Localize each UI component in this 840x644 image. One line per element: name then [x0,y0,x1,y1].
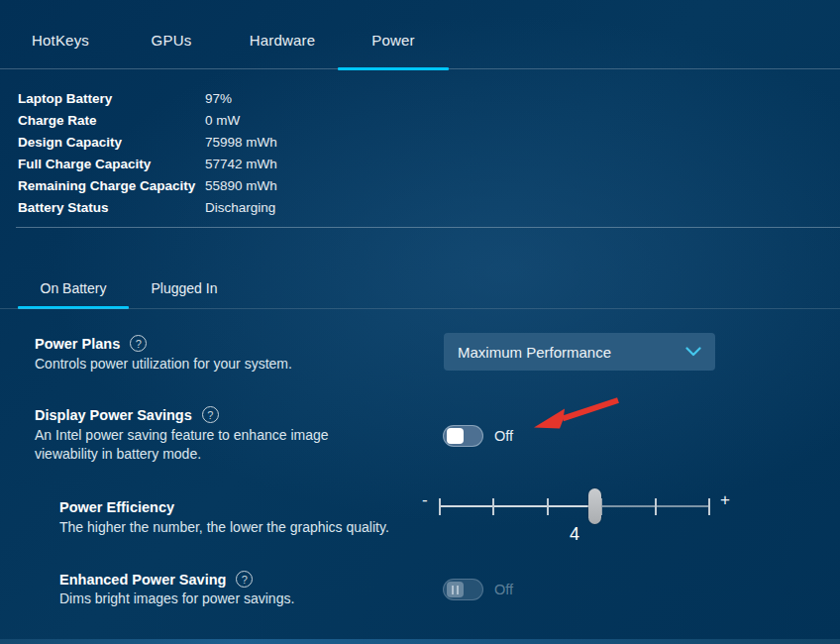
battery-row-value: 57742 mWh [205,154,277,175]
battery-row-value: 97% [205,88,277,110]
display-power-savings-description-line2: viewability in battery mode. [35,446,201,462]
help-icon[interactable]: ? [236,571,253,588]
slider-tick [655,498,657,515]
display-power-savings-toggle[interactable] [443,425,483,447]
battery-mode-tab-bar: On Battery Plugged In [18,268,240,308]
enhanced-power-saving-section-title: Enhanced Power Saving ? [59,571,253,588]
battery-row-label: Full Charge Capacity [18,154,205,175]
tab-on-battery[interactable]: On Battery [18,268,129,308]
battery-row-value: 0 mW [205,110,277,132]
slider-track[interactable] [440,505,709,507]
display-power-savings-description-line1: An Intel power saving feature to enhance… [35,427,329,443]
slider-tick [708,498,710,515]
annotation-arrow [523,392,624,436]
battery-row-value: Discharging [205,197,277,219]
main-tab-bar: HotKeys GPUs Hardware Power [0,0,840,69]
window-bottom-edge [0,639,840,644]
tab-gpus[interactable]: GPUs [116,12,227,69]
enhanced-power-saving-toggle[interactable] [443,579,483,600]
power-efficiency-title: Power Efficiency [59,499,174,515]
tab-power[interactable]: Power [338,12,449,69]
slider-plus-label[interactable]: + [720,490,730,510]
power-efficiency-slider: - + 4 [421,487,730,549]
battery-row-label: Charge Rate [18,110,205,132]
power-plan-selected-value: Maximum Performance [458,344,611,361]
slider-thumb[interactable] [588,488,601,524]
enhanced-power-saving-title: Enhanced Power Saving [59,572,226,588]
tab-plugged-in[interactable]: Plugged In [129,268,240,308]
toggle-grip-mark [457,586,459,594]
display-power-savings-section-title: Display Power Savings ? [35,406,219,423]
battery-row-label: Laptop Battery [18,88,205,110]
power-efficiency-description: The higher the number, the lower the gra… [59,519,389,535]
power-efficiency-section-title: Power Efficiency [59,499,174,515]
enhanced-power-saving-toggle-state: Off [494,582,513,597]
display-power-savings-title: Display Power Savings [35,407,192,423]
battery-row-label: Battery Status [18,197,205,219]
slider-tick [492,498,494,515]
section-divider [16,227,840,228]
battery-info-table: Laptop Battery 97% Charge Rate 0 mW Desi… [18,88,277,219]
display-power-savings-toggle-state: Off [494,428,513,444]
toggle-grip-mark [452,586,454,594]
toggle-knob [447,582,464,597]
help-icon[interactable]: ? [130,335,147,352]
battery-row-label: Design Capacity [18,132,205,154]
subtab-divider [0,308,840,309]
slider-tick [547,498,549,515]
power-plans-section-title: Power Plans ? [35,335,147,352]
toggle-knob [447,428,464,444]
tab-hotkeys[interactable]: HotKeys [5,12,116,69]
slider-minus-label[interactable]: - [422,490,428,510]
slider-value: 4 [440,524,709,545]
power-settings-panel: HotKeys GPUs Hardware Power Laptop Batte… [0,0,840,644]
power-plans-title: Power Plans [35,336,120,352]
power-plans-description: Controls power utilization for your syst… [35,356,292,372]
enhanced-power-saving-description: Dims bright images for power savings. [59,590,294,606]
slider-tick [439,498,441,515]
battery-row-value: 55890 mWh [205,175,277,197]
help-icon[interactable]: ? [202,406,219,423]
chevron-down-icon [685,347,701,357]
battery-row-label: Remaining Charge Capacity [18,175,205,197]
battery-row-value: 75998 mWh [205,132,277,154]
tab-hardware[interactable]: Hardware [227,12,338,69]
power-plan-dropdown[interactable]: Maximum Performance [444,333,715,371]
